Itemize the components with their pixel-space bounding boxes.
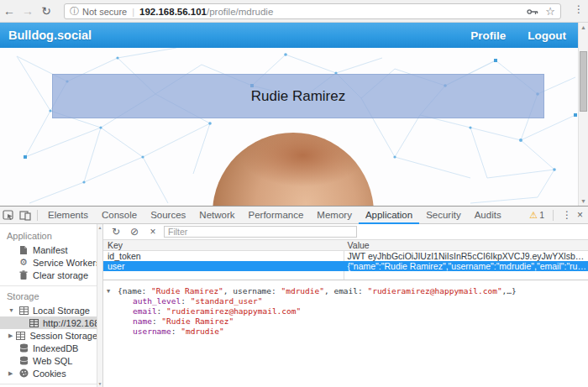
sidebar-item-session-storage[interactable]: ▶ Session Storage [0, 329, 97, 342]
address-bar[interactable]: ⓘ Not secure | 192.168.56.101/profile/md… [64, 3, 561, 19]
sidebar-item-label: Manifest [33, 245, 68, 255]
tab-network[interactable]: Network [192, 207, 241, 224]
summary-text: ,…} [502, 286, 517, 295]
object-property[interactable]: name"Rudie Ramirez" [103, 316, 588, 327]
tab-sources[interactable]: Sources [144, 207, 192, 224]
devtools-tabbar: Elements Console Sources Network Perform… [0, 207, 588, 224]
sidebar-item-label: Web SQL [33, 356, 73, 366]
column-header-value[interactable]: Value [344, 240, 370, 250]
sidebar-item-label: Cookies [33, 369, 66, 379]
filter-input[interactable] [164, 226, 357, 238]
browser-menu-icon[interactable]: ⋮ [573, 3, 585, 15]
sidebar-item-cookies[interactable]: ▶ Cookies [0, 367, 97, 379]
url-path: /profile/mdrudie [207, 7, 273, 17]
object-property[interactable]: username"mdrudie" [103, 327, 588, 337]
inspect-element-icon[interactable] [0, 210, 17, 221]
sidebar-item-origin[interactable]: http://192.168.56.101 [0, 316, 97, 329]
bookmark-star-icon[interactable]: ☆ [545, 5, 555, 18]
tab-elements[interactable]: Elements [41, 207, 95, 224]
scroll-up-icon[interactable]: ▲ [97, 225, 102, 230]
nav-link-profile[interactable]: Profile [470, 29, 506, 42]
column-header-key[interactable]: Key [103, 240, 344, 250]
scroll-down-icon[interactable]: ▼ [579, 198, 588, 204]
table-icon [15, 331, 25, 341]
profile-name: Rudie Ramirez [251, 88, 345, 105]
storage-toolbar: ↻ ⊘ × [103, 224, 588, 240]
storage-panel: ↻ ⊘ × Key Value id_token JWT eyJhbGciOiJ… [103, 224, 588, 387]
clear-all-icon[interactable]: ⊘ [127, 226, 142, 238]
property-name: username [133, 327, 181, 336]
site-brand[interactable]: Bulldog.social [8, 29, 92, 42]
storage-table: Key Value id_token JWT eyJhbGciOiJIUzI1N… [103, 240, 588, 280]
security-label: Not secure [82, 7, 127, 17]
devtools-menu-icon[interactable]: ⋮ [562, 209, 572, 221]
sidebar-item-label: Service Workers [33, 258, 97, 268]
password-key-icon[interactable] [527, 8, 538, 16]
property-value: "standard_user" [191, 296, 263, 306]
forward-icon[interactable]: → [18, 4, 37, 18]
document-icon [18, 245, 29, 255]
scroll-down-icon[interactable]: ▼ [97, 381, 102, 386]
property-value: "Rudie Ramirez" [161, 316, 234, 326]
table-row[interactable]: id_token JWT eyJhbGciOiJIUzI1NiIsInR5cCI… [103, 251, 588, 261]
property-name: name [133, 316, 161, 326]
nav-link-logout[interactable]: Logout [528, 29, 566, 42]
info-icon[interactable]: ⓘ [70, 5, 79, 18]
object-property[interactable]: email"rudieramirez@happymail.com" [103, 306, 588, 316]
expand-arrow-icon[interactable]: ▼ [107, 286, 110, 296]
section-storage-title: Storage [0, 288, 97, 304]
scrollbar-thumb[interactable] [580, 51, 587, 112]
delete-selected-icon[interactable]: × [145, 226, 160, 238]
refresh-icon[interactable]: ↻ [108, 226, 123, 238]
reload-icon[interactable]: ↻ [37, 4, 55, 18]
sidebar-item-label: Local Storage [33, 306, 90, 316]
object-summary[interactable]: ▼{name: "Rudie Ramirez", username: "mdru… [103, 286, 588, 296]
summary-string: "rudieramirez@happymail.com" [367, 286, 501, 295]
property-name: email [133, 306, 166, 316]
url-host: 192.168.56.101 [139, 7, 207, 17]
summary-text: , username: [223, 286, 281, 295]
summary-text: {name: [118, 286, 151, 295]
url-separator: | [132, 7, 134, 17]
collapse-arrow-icon[interactable]: ▶ [8, 332, 13, 339]
profile-name-banner: Rudie Ramirez [52, 74, 544, 118]
screen: ← → ↻ ⓘ Not secure | 192.168.56.101/prof… [0, 0, 588, 387]
scroll-up-icon[interactable]: ▲ [579, 24, 588, 30]
back-icon[interactable]: ← [0, 4, 18, 18]
browser-toolbar: ← → ↻ ⓘ Not secure | 192.168.56.101/prof… [0, 0, 588, 23]
site-navbar: Bulldog.social Profile Logout [0, 23, 578, 48]
tab-audits[interactable]: Audits [468, 207, 508, 224]
expand-arrow-icon[interactable]: ▼ [8, 307, 16, 313]
devtools-close-icon[interactable]: × [577, 209, 583, 221]
tab-console[interactable]: Console [95, 207, 144, 224]
property-name: auth_level [133, 296, 191, 306]
value-preview-pane: ▼{name: "Rudie Ramirez", username: "mdru… [103, 280, 588, 387]
sidebar-item-websql[interactable]: Web SQL [0, 354, 97, 367]
cell-value: {"name":"Rudie Ramirez","username":"mdru… [344, 261, 588, 271]
database-icon [18, 343, 29, 353]
cell-value: JWT eyJhbGciOiJIUzI1NiIsInR5cCI6IkpXVCJ9… [344, 251, 588, 261]
sidebar-item-clear-storage[interactable]: Clear storage [0, 269, 97, 281]
tab-performance[interactable]: Performance [242, 207, 311, 224]
tab-security[interactable]: Security [419, 207, 468, 224]
table-icon [29, 318, 39, 328]
application-sidebar: Application Manifest ⚙ Service Workers C… [0, 224, 97, 387]
sidebar-item-local-storage[interactable]: ▼ Local Storage [0, 304, 97, 316]
sidebar-item-label: Clear storage [33, 270, 88, 280]
object-property[interactable]: auth_level"standard_user" [103, 296, 588, 306]
page-content: Rudie Ramirez [0, 48, 578, 206]
tab-application[interactable]: Application [359, 207, 419, 224]
sidebar-scrollbar[interactable]: ▲ ▼ [97, 224, 103, 387]
device-toolbar-icon[interactable] [17, 210, 34, 221]
sidebar-item-manifest[interactable]: Manifest [0, 243, 97, 256]
summary-string: "mdrudie" [281, 286, 323, 295]
warning-count: 1 [539, 210, 544, 220]
sidebar-item-indexeddb[interactable]: IndexedDB [0, 342, 97, 354]
table-icon [18, 306, 29, 316]
sidebar-item-service-workers[interactable]: ⚙ Service Workers [0, 256, 97, 269]
page-scrollbar[interactable]: ▲ ▼ [578, 23, 588, 206]
warning-badge[interactable]: ⚠ 1 [529, 210, 544, 221]
table-row[interactable]: user {"name":"Rudie Ramirez","username":… [103, 261, 588, 271]
tab-memory[interactable]: Memory [310, 207, 359, 224]
collapse-arrow-icon[interactable]: ▶ [8, 370, 16, 377]
